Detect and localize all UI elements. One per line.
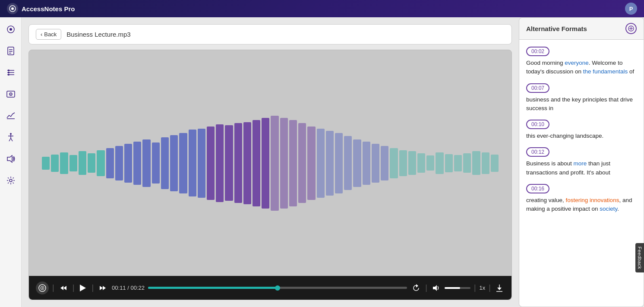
waveform[interactable]	[42, 103, 499, 224]
back-button[interactable]: ‹ Back	[36, 29, 61, 40]
alt-formats-header: Alternative Formats	[519, 17, 644, 40]
forward-button[interactable]	[97, 282, 108, 294]
sidebar-item-audio[interactable]	[4, 152, 18, 166]
timestamp-badge[interactable]: 00:10	[526, 120, 549, 129]
waveform-bar	[198, 129, 205, 198]
sidebar-item-settings[interactable]	[4, 174, 18, 187]
sidebar-item-accessibility[interactable]	[4, 130, 18, 144]
waveform-bar	[280, 118, 288, 209]
waveform-bar	[152, 142, 160, 184]
divider-2: |	[73, 283, 75, 292]
waveform-bar	[161, 137, 169, 189]
timestamp-badge[interactable]: 00:12	[526, 147, 549, 157]
waveform-bar	[426, 155, 434, 171]
volume-button[interactable]	[431, 283, 441, 293]
waveform-bar	[124, 144, 132, 183]
svg-marker-40	[103, 286, 106, 290]
transcript-text: Good morning everyone. Welcome to today'…	[526, 59, 637, 76]
transcript-entry: 00:02Good morning everyone. Welcome to t…	[526, 47, 637, 76]
file-header: ‹ Back Business Lecture.mp3	[28, 24, 512, 44]
waveform-bar	[363, 142, 370, 185]
waveform-bar	[97, 150, 104, 176]
svg-marker-41	[416, 284, 418, 288]
rewind-button[interactable]	[58, 282, 69, 294]
waveform-bar	[253, 120, 260, 206]
waveform-bar	[170, 135, 178, 191]
content-area: ‹ Back Business Lecture.mp3 |	[22, 17, 519, 307]
divider-6: |	[489, 283, 491, 292]
svg-line-31	[13, 177, 13, 178]
divider-5: |	[474, 283, 476, 292]
waveform-bar	[408, 151, 416, 175]
volume-bar[interactable]	[445, 287, 470, 289]
speed-label[interactable]: 1x	[480, 285, 486, 291]
waveform-bar	[179, 133, 187, 193]
svg-point-12	[8, 72, 9, 73]
svg-point-16	[10, 94, 11, 95]
sidebar-item-media[interactable]	[4, 87, 18, 101]
svg-marker-36	[60, 286, 63, 290]
svg-marker-44	[497, 288, 502, 290]
timestamp-badge[interactable]: 00:07	[526, 83, 549, 93]
waveform-bar	[491, 155, 499, 172]
current-time: 00:11	[112, 285, 126, 291]
waveform-bar	[234, 123, 242, 203]
svg-point-35	[42, 287, 43, 288]
progress-bar[interactable]	[148, 287, 407, 289]
timestamp-badge[interactable]: 00:16	[526, 184, 549, 193]
transcript-text: Business is about more than just transac…	[526, 159, 637, 177]
waveform-bar	[454, 155, 462, 171]
play-button[interactable]	[78, 282, 88, 294]
sidebar-item-home[interactable]	[4, 22, 18, 36]
waveform-bar	[88, 153, 95, 173]
loop-icon[interactable]	[36, 282, 49, 294]
waveform-bar	[106, 148, 114, 178]
progress-thumb	[275, 285, 280, 291]
transcript-text-span: everyone	[565, 60, 589, 66]
volume-fill	[445, 287, 460, 289]
svg-point-13	[8, 74, 9, 76]
transcript-text-span: this ever-changing landscape.	[526, 133, 603, 139]
transcript-text-span: Business is about	[526, 160, 574, 167]
transcript-text-span: business and the key principles that dri…	[526, 96, 633, 111]
svg-point-11	[8, 70, 9, 71]
transcript-panel: 00:02Good morning everyone. Welcome to t…	[519, 40, 644, 307]
progress-fill	[148, 287, 278, 289]
waveform-bar	[289, 120, 297, 206]
transcript-entry: 00:07business and the key principles tha…	[526, 83, 637, 113]
back-chevron-icon: ‹	[41, 31, 42, 38]
waveform-bar	[79, 151, 86, 175]
feedback-tab[interactable]: Feedback	[635, 243, 644, 272]
download-button[interactable]	[494, 282, 505, 294]
top-bar: AccessNotes Pro P	[0, 0, 644, 17]
waveform-bar	[353, 139, 361, 187]
alt-formats-add-icon[interactable]	[625, 23, 637, 34]
sidebar-item-list[interactable]	[4, 66, 18, 79]
sidebar-item-documents[interactable]	[4, 44, 18, 58]
transcript-text-span: the fundamentals	[583, 68, 628, 75]
waveform-bar	[417, 153, 425, 173]
transcript-text-span: of	[628, 68, 634, 75]
svg-line-30	[13, 183, 13, 184]
transcript-text: creating value, fostering innovations, a…	[526, 196, 637, 214]
transcript-text-span: society	[600, 206, 617, 212]
sidebar-item-analytics[interactable]	[4, 109, 18, 123]
waveform-bar	[335, 133, 343, 193]
timestamp-badge[interactable]: 00:02	[526, 47, 549, 56]
svg-point-3	[9, 28, 12, 31]
svg-point-24	[9, 179, 12, 182]
waveform-bar	[390, 148, 398, 178]
waveform-bar	[60, 152, 68, 174]
logo-icon	[7, 3, 18, 14]
restart-button[interactable]	[410, 282, 422, 294]
svg-marker-39	[100, 286, 103, 290]
alt-formats-title: Alternative Formats	[526, 25, 587, 32]
svg-point-18	[10, 133, 12, 135]
time-display: 00:11 / 00:22	[112, 285, 145, 291]
waveform-bar	[207, 127, 215, 200]
player-controls: | | |	[29, 276, 511, 300]
user-avatar[interactable]: P	[625, 3, 637, 15]
transcript-text-span: .	[617, 206, 619, 212]
svg-line-22	[11, 138, 13, 141]
transcript-text-span: Good morning	[526, 60, 565, 66]
